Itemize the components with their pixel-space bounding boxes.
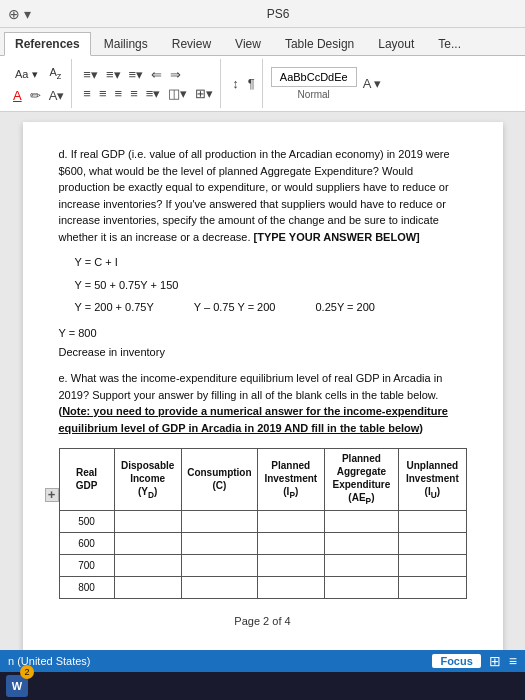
view-icon[interactable]: ⊞ bbox=[489, 653, 501, 669]
status-bar: n (United States) Focus ⊞ ≡ bbox=[0, 650, 525, 672]
line-spacing-button[interactable]: ≡▾ bbox=[143, 85, 164, 102]
highlight-button[interactable]: ✏ bbox=[27, 87, 44, 104]
font-section: Aa ▾ Az A ✏ A▾ bbox=[6, 59, 72, 108]
align-justify-button[interactable]: ≡ bbox=[127, 85, 141, 102]
title-bar: ⊕ ▾ PS6 bbox=[0, 0, 525, 28]
dropdown-icon[interactable]: ▾ bbox=[24, 6, 31, 22]
tab-layout[interactable]: Layout bbox=[367, 32, 425, 55]
font-aa-button[interactable]: Aa ▾ bbox=[10, 65, 43, 84]
shading-button[interactable]: ◫▾ bbox=[165, 85, 190, 102]
cell-uinv-500[interactable] bbox=[399, 510, 466, 532]
style-normal-box[interactable]: AaBbCcDdEe bbox=[271, 67, 357, 87]
indent-decrease-button[interactable]: ⇐ bbox=[148, 66, 165, 83]
cell-gdp-700: 700 bbox=[59, 554, 114, 576]
ribbon-toolbar: Aa ▾ Az A ✏ A▾ ≡▾ ≡▾ ≡▾ ⇐ ⇒ ≡ ≡ ≡ bbox=[0, 56, 525, 112]
cell-pinv-700[interactable] bbox=[257, 554, 324, 576]
taskbar: W 2 bbox=[0, 672, 525, 700]
focus-button[interactable]: Focus bbox=[432, 654, 480, 668]
style-name: AaBbCcDdEe bbox=[280, 71, 348, 83]
document-area: d. If real GDP (i.e. value of all produc… bbox=[0, 112, 525, 650]
align-left-button[interactable]: ≡ bbox=[80, 85, 94, 102]
page-number: Page 2 of 4 bbox=[234, 615, 290, 627]
ribbon-tabs: References Mailings Review View Table De… bbox=[0, 28, 525, 56]
underline-color-button[interactable]: A bbox=[10, 87, 25, 104]
table-row: 500 bbox=[59, 510, 466, 532]
cell-pae-700[interactable] bbox=[324, 554, 399, 576]
borders-button[interactable]: ⊞▾ bbox=[192, 85, 216, 102]
table-row: 800 bbox=[59, 576, 466, 598]
tab-references[interactable]: References bbox=[4, 32, 91, 56]
title-bar-icons: ⊕ ▾ bbox=[8, 6, 31, 22]
list-bullet-button[interactable]: ≡▾ bbox=[80, 66, 101, 83]
font-style-button[interactable]: Az bbox=[45, 63, 67, 84]
style-more-button[interactable]: A ▾ bbox=[360, 75, 385, 92]
pilcrow-button[interactable]: ¶ bbox=[245, 75, 258, 92]
cell-disp-500[interactable] bbox=[114, 510, 181, 532]
col-header-planned-inv: Planned Investment (IP) bbox=[257, 449, 324, 511]
align-right-button[interactable]: ≡ bbox=[112, 85, 126, 102]
cell-disp-800[interactable] bbox=[114, 576, 181, 598]
col-header-unplanned: Unplanned Investment (IU) bbox=[399, 449, 466, 511]
question-d-text: If real GDP (i.e. value of all productio… bbox=[59, 148, 450, 243]
align-center-button[interactable]: ≡ bbox=[96, 85, 110, 102]
col-header-disposable: Disposable Income (YD) bbox=[114, 449, 181, 511]
font-name-row: Aa ▾ Az bbox=[10, 63, 67, 84]
cell-gdp-600: 600 bbox=[59, 532, 114, 554]
tab-mailings[interactable]: Mailings bbox=[93, 32, 159, 55]
answer-type-label: [TYPE YOUR ANSWER BELOW] bbox=[254, 231, 420, 243]
window-icon: ⊕ bbox=[8, 6, 20, 22]
language-label: n (United States) bbox=[8, 655, 91, 667]
y-answer: Y = 800 bbox=[59, 325, 467, 342]
decrease-label: Decrease in inventory bbox=[59, 344, 467, 361]
cell-cons-800[interactable] bbox=[181, 576, 257, 598]
cell-pae-600[interactable] bbox=[324, 532, 399, 554]
table-row: 700 bbox=[59, 554, 466, 576]
math-row-3: Y = 200 + 0.75Y Y – 0.75 Y = 200 0.25Y =… bbox=[75, 298, 467, 317]
question-e-note: (Note: you need to provide a numerical a… bbox=[59, 405, 448, 434]
list-number-button[interactable]: ≡▾ bbox=[103, 66, 124, 83]
question-e-letter: e. bbox=[59, 372, 68, 384]
tab-table-design[interactable]: Table Design bbox=[274, 32, 365, 55]
tab-view[interactable]: View bbox=[224, 32, 272, 55]
math-lines: Y = C + I Y = 50 + 0.75Y + 150 Y = 200 +… bbox=[75, 253, 467, 317]
font-color-button[interactable]: A▾ bbox=[46, 87, 68, 104]
styles-section: AaBbCcDdEe Normal A ▾ bbox=[267, 59, 388, 108]
cell-pinv-500[interactable] bbox=[257, 510, 324, 532]
cell-pae-800[interactable] bbox=[324, 576, 399, 598]
taskbar-word-item[interactable]: W 2 bbox=[6, 675, 34, 697]
font-controls: Aa ▾ Az A ✏ A▾ bbox=[10, 63, 67, 103]
cell-disp-600[interactable] bbox=[114, 532, 181, 554]
paragraph-section: ≡▾ ≡▾ ≡▾ ⇐ ⇒ ≡ ≡ ≡ ≡ ≡▾ ◫▾ ⊞▾ bbox=[76, 59, 221, 108]
cell-pinv-600[interactable] bbox=[257, 532, 324, 554]
math-line-1: Y = C + I bbox=[75, 253, 467, 272]
math-line-2: Y = 50 + 0.75Y + 150 bbox=[75, 276, 467, 295]
tab-review[interactable]: Review bbox=[161, 32, 222, 55]
cell-cons-600[interactable] bbox=[181, 532, 257, 554]
cell-uinv-600[interactable] bbox=[399, 532, 466, 554]
page-footer: Page 2 of 4 bbox=[59, 613, 467, 630]
cell-cons-500[interactable] bbox=[181, 510, 257, 532]
cell-pae-500[interactable] bbox=[324, 510, 399, 532]
multilevel-list-button[interactable]: ≡▾ bbox=[126, 66, 147, 83]
question-e-text: What was the income-expenditure equilibr… bbox=[59, 372, 448, 434]
cell-gdp-500: 500 bbox=[59, 510, 114, 532]
col-header-consumption: Consumption (C) bbox=[181, 449, 257, 511]
document-page: d. If real GDP (i.e. value of all produc… bbox=[23, 122, 503, 650]
cell-uinv-800[interactable] bbox=[399, 576, 466, 598]
document-title: PS6 bbox=[39, 7, 517, 21]
sort-button[interactable]: ↕ bbox=[229, 75, 242, 92]
math-mid-1: Y – 0.75 Y = 200 bbox=[194, 298, 276, 317]
cell-uinv-700[interactable] bbox=[399, 554, 466, 576]
paragraph-controls: ≡▾ ≡▾ ≡▾ ⇐ ⇒ ≡ ≡ ≡ ≡ ≡▾ ◫▾ ⊞▾ bbox=[80, 66, 216, 102]
math-mid-2: 0.25Y = 200 bbox=[315, 298, 374, 317]
view-web-icon[interactable]: ≡ bbox=[509, 653, 517, 669]
cell-cons-700[interactable] bbox=[181, 554, 257, 576]
cell-gdp-800: 800 bbox=[59, 576, 114, 598]
cell-disp-700[interactable] bbox=[114, 554, 181, 576]
cell-pinv-800[interactable] bbox=[257, 576, 324, 598]
status-right: Focus ⊞ ≡ bbox=[432, 653, 517, 669]
table-add-row-button[interactable]: + bbox=[45, 488, 59, 502]
indent-increase-button[interactable]: ⇒ bbox=[167, 66, 184, 83]
tab-te[interactable]: Te... bbox=[427, 32, 472, 55]
font-format-row: A ✏ A▾ bbox=[10, 87, 67, 104]
